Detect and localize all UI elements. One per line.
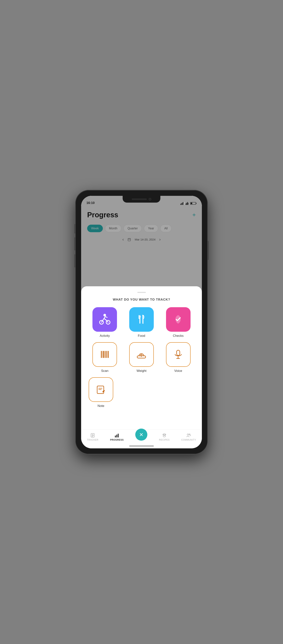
signal-icon (180, 202, 184, 205)
svg-rect-27 (106, 351, 106, 358)
svg-rect-6 (186, 203, 187, 205)
mute-button (74, 224, 75, 234)
nav-recipes[interactable]: RECIPES (159, 433, 170, 441)
svg-rect-8 (188, 203, 188, 205)
food-label: Food (138, 334, 145, 338)
track-note-item[interactable]: Note (89, 377, 113, 408)
community-nav-label: COMMUNITY (181, 438, 196, 441)
voice-icon-box (166, 342, 191, 367)
drag-handle (137, 292, 146, 293)
notch (123, 196, 160, 202)
status-icons (180, 202, 197, 205)
close-center-button[interactable] (135, 428, 147, 441)
tracker-nav-icon (90, 433, 95, 438)
svg-point-17 (103, 314, 106, 316)
recipes-nav-label: RECIPES (159, 438, 170, 441)
app-content: 16:10 (81, 196, 202, 448)
svg-rect-3 (183, 202, 184, 205)
svg-rect-0 (180, 204, 181, 205)
nav-progress[interactable]: PROGRESS (110, 433, 124, 441)
close-icon (139, 432, 143, 437)
checks-label: Checks (173, 334, 184, 338)
recipes-nav-icon (162, 433, 167, 438)
phone-device: 16:10 (76, 190, 207, 454)
community-nav-icon (186, 433, 191, 438)
food-icon-box (129, 307, 154, 332)
track-voice-item[interactable]: Voice (162, 342, 194, 373)
progress-nav-label: PROGRESS (110, 438, 124, 441)
tracker-nav-label: TRACKER (87, 438, 99, 441)
checks-icon (172, 313, 184, 326)
svg-rect-4 (184, 202, 184, 205)
svg-rect-7 (187, 202, 188, 205)
nav-center[interactable]: _ (135, 428, 147, 446)
speaker (132, 198, 147, 200)
volume-down-button (74, 254, 75, 268)
weight-icon-box (129, 342, 154, 367)
status-time: 16:10 (86, 201, 95, 205)
note-icon (95, 383, 107, 396)
scan-label: Scan (101, 369, 109, 373)
scan-icon (99, 348, 111, 360)
nav-tracker[interactable]: TRACKER (87, 433, 99, 441)
svg-point-51 (187, 434, 189, 435)
volume-up-button (74, 237, 75, 250)
svg-rect-9 (189, 204, 189, 205)
track-modal: WHAT DO YOU WANT TO TRACK? (81, 286, 202, 448)
svg-rect-2 (182, 202, 183, 205)
note-label: Note (98, 404, 104, 408)
svg-rect-5 (186, 204, 186, 205)
food-icon (135, 313, 148, 326)
svg-rect-1 (181, 203, 182, 205)
battery-icon (190, 202, 197, 205)
weight-icon (135, 348, 148, 360)
weight-label: Weight (137, 369, 147, 373)
progress-nav-icon (114, 433, 119, 438)
checks-icon-box (166, 307, 191, 332)
activity-icon (99, 313, 111, 326)
power-button (208, 241, 209, 260)
home-indicator (129, 446, 154, 446)
front-camera (149, 198, 151, 200)
track-checks-item[interactable]: Checks (162, 307, 194, 338)
svg-rect-12 (191, 202, 192, 204)
voice-icon (172, 348, 184, 360)
svg-rect-25 (103, 351, 104, 358)
track-row-2: Note (89, 377, 194, 408)
wifi-signal-icon (186, 202, 189, 205)
svg-rect-43 (115, 436, 116, 438)
svg-rect-24 (102, 351, 103, 358)
svg-point-31 (141, 354, 142, 356)
voice-label: Voice (174, 369, 182, 373)
modal-title: WHAT DO YOU WANT TO TRACK? (89, 298, 194, 302)
track-options-grid: Activity (89, 307, 194, 373)
track-weight-item[interactable]: Weight (125, 342, 158, 373)
svg-rect-28 (107, 351, 107, 358)
svg-rect-45 (118, 434, 119, 438)
note-icon-box (89, 377, 113, 402)
svg-rect-23 (101, 351, 102, 358)
track-scan-item[interactable]: Scan (89, 342, 121, 373)
svg-rect-11 (196, 203, 196, 204)
track-activity-item[interactable]: Activity (89, 307, 121, 338)
svg-rect-44 (116, 434, 117, 438)
activity-icon-box (92, 307, 117, 332)
activity-label: Activity (100, 334, 110, 338)
phone-screen: 16:10 (81, 196, 202, 448)
svg-rect-33 (177, 350, 180, 356)
svg-rect-29 (108, 351, 109, 358)
scan-icon-box (92, 342, 117, 367)
track-food-item[interactable]: Food (125, 307, 158, 338)
nav-community[interactable]: COMMUNITY (181, 433, 196, 441)
svg-rect-26 (105, 351, 105, 358)
